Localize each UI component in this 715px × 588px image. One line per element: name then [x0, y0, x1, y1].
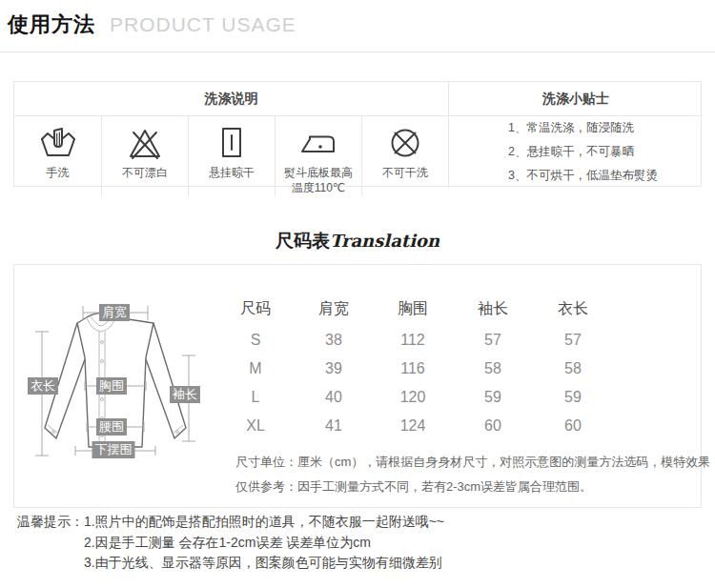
size-table-header: 衣长 [533, 292, 613, 326]
size-table-cell: M [216, 355, 295, 383]
size-table-header: 肩宽 [295, 292, 373, 326]
size-chart-title: 尺码表Translation [0, 229, 715, 253]
diagram-label-shoulder: 肩宽 [99, 304, 130, 321]
size-table-cell: 112 [373, 326, 453, 355]
diagram-label-sleeve: 袖长 [170, 386, 200, 403]
iron-max-110-icon [299, 124, 337, 162]
warm-tip-line: 1.照片中的配饰是搭配拍照时的道具，不随衣服一起附送哦~~ [84, 512, 444, 533]
size-table-cell: 38 [295, 326, 373, 355]
size-table-header: 袖长 [453, 292, 533, 326]
washing-symbols-row: 手洗 不可漂白 悬挂晾 [14, 116, 449, 188]
washing-symbol-no-bleach: 不可漂白 [101, 116, 188, 195]
size-table-cell: 60 [453, 412, 533, 440]
size-table-cell: 124 [373, 412, 453, 440]
warm-tip-line: 2.因是手工测量 会存在1-2cm误差 误差单位为cm [84, 533, 444, 554]
size-table-cell: 59 [533, 383, 613, 412]
washing-symbol-hand-wash: 手洗 [14, 116, 101, 195]
warm-tip-line: 3.由于光线、显示器等原因，图案颜色可能与实物有细微差别 [84, 553, 444, 574]
size-table-cell: L [216, 383, 295, 412]
size-chart-title-en: Translation [330, 231, 439, 251]
no-bleach-icon [126, 124, 164, 162]
washing-tips-cell: 1、常温洗涤，随浸随洗 2、悬挂晾干，不可暴晒 3、不可烘干，低温垫布熨烫 [449, 116, 703, 188]
page-title-cn: 使用方法 [8, 10, 95, 39]
washing-instructions-table: 洗涤说明 洗涤小贴士 手洗 [13, 81, 702, 187]
washing-tip: 3、不可烘干，低温垫布熨烫 [508, 164, 658, 188]
diagram-label-chest: 胸围 [96, 377, 127, 395]
size-table-header: 尺码 [216, 292, 295, 326]
garment-measurement-diagram: 肩宽 衣长 胸围 袖长 腰围 下摆围 [30, 287, 220, 470]
size-table-cell: 58 [533, 355, 613, 383]
size-table-header: 胸围 [373, 292, 453, 326]
washing-symbol-iron-max-110: 熨斗底板最高温度110℃ [275, 116, 361, 195]
size-table-cell: 57 [533, 326, 613, 355]
diagram-label-hem: 下摆围 [92, 441, 135, 458]
size-table-cell: 41 [295, 412, 373, 440]
page-title-en: PRODUCT USAGE [110, 13, 296, 36]
hand-wash-icon [39, 124, 77, 162]
product-usage-page: 使用方法 PRODUCT USAGE 洗涤说明 洗涤小贴士 手洗 [0, 0, 715, 588]
no-dry-clean-icon [386, 124, 424, 162]
washing-symbol-label: 不可干洗 [366, 165, 444, 180]
warm-tips: 温馨提示： 1.照片中的配饰是搭配拍照时的道具，不随衣服一起附送哦~~ 2.因是… [17, 512, 444, 574]
washing-tips-list: 1、常温洗涤，随浸随洗 2、悬挂晾干，不可暴晒 3、不可烘干，低温垫布熨烫 [508, 116, 658, 188]
washing-symbol-label: 不可漂白 [106, 165, 184, 180]
washing-instructions-header: 洗涤说明 [14, 82, 449, 116]
header-divider [0, 51, 715, 52]
washing-tip: 2、悬挂晾干，不可暴晒 [508, 140, 658, 164]
size-table-cell: 57 [453, 326, 533, 355]
washing-symbol-label: 手洗 [19, 165, 97, 180]
size-note: 尺寸单位：厘米（cm），请根据自身身材尺寸，对照示意图的测量方法选码，模特效果 … [235, 450, 710, 499]
washing-tip: 1、常温洗涤，随浸随洗 [508, 116, 658, 140]
size-chart-box: 肩宽 衣长 胸围 袖长 腰围 下摆围 尺码 肩宽 胸围 袖长 衣长 S 38 1… [13, 264, 702, 508]
warm-tips-lines: 1.照片中的配饰是搭配拍照时的道具，不随衣服一起附送哦~~ 2.因是手工测量 会… [84, 512, 444, 574]
diagram-label-waist: 腰围 [96, 418, 127, 436]
size-table-cell: 120 [373, 383, 453, 412]
size-table-cell: 59 [453, 383, 533, 412]
page-header: 使用方法 PRODUCT USAGE [8, 10, 296, 39]
warm-tips-label: 温馨提示： [17, 512, 84, 574]
size-table-cell: 60 [533, 412, 613, 440]
size-table-cell: 39 [295, 355, 373, 383]
washing-symbol-no-dry-clean: 不可干洗 [361, 116, 448, 195]
size-note-line: 仅供参考：因手工测量方式不同，若有2-3cm误差皆属合理范围。 [235, 475, 710, 499]
size-table-cell: S [216, 326, 295, 355]
washing-symbol-label: 悬挂晾干 [193, 165, 271, 180]
size-note-line: 尺寸单位：厘米（cm），请根据自身身材尺寸，对照示意图的测量方法选码，模特效果 [235, 450, 710, 475]
size-table-cell: 116 [373, 355, 453, 383]
washing-symbol-hang-dry: 悬挂晾干 [188, 116, 275, 195]
size-table-cell: 58 [453, 355, 533, 383]
diagram-label-length: 衣长 [28, 377, 58, 395]
washing-tips-header: 洗涤小贴士 [449, 82, 703, 116]
size-table-cell: 40 [295, 383, 373, 412]
hang-dry-icon [213, 124, 251, 162]
washing-symbol-label: 熨斗底板最高温度110℃ [279, 165, 358, 195]
size-chart-title-cn: 尺码表 [276, 231, 330, 251]
size-table: 尺码 肩宽 胸围 袖长 衣长 S 38 112 57 57 M 39 116 5… [216, 292, 613, 440]
size-table-cell: XL [216, 412, 295, 440]
